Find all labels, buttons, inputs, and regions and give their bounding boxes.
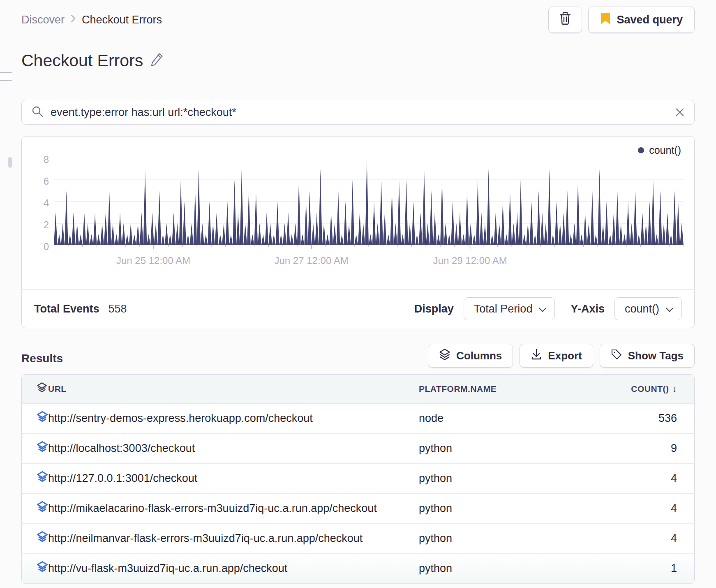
yaxis-label: Y-Axis	[570, 303, 605, 315]
columns-label: Columns	[456, 350, 502, 362]
row-platform: python	[419, 433, 596, 463]
row-url[interactable]: http://127.0.0.1:3001/checkout	[48, 463, 419, 493]
column-header-platform[interactable]: PLATFORM.NAME	[419, 375, 596, 403]
top-bar: Discover Checkout Errors	[21, 7, 695, 33]
row-url[interactable]: http://mikaelacarino-flask-errors-m3uuiz…	[48, 493, 419, 523]
chart-legend[interactable]: count()	[32, 144, 681, 156]
table-row[interactable]: http://neilmanvar-flask-errors-m3uuizd7i…	[22, 523, 694, 553]
tag-icon	[611, 348, 622, 363]
results-heading: Results	[21, 352, 63, 368]
x-axis-tick: Jun 29 12:00 AM	[433, 255, 507, 266]
clear-search-icon[interactable]	[675, 108, 684, 117]
row-url[interactable]: http://vu-flask-m3uuizd7iq-uc.a.run.app/…	[48, 553, 419, 583]
row-stack-icon-cell[interactable]	[22, 463, 48, 493]
row-url[interactable]: http://sentry-demos-express.herokuapp.co…	[48, 403, 419, 433]
total-events-value: 558	[109, 303, 127, 315]
display-value: Total Period	[474, 303, 533, 315]
results-table: URL PLATFORM.NAME COUNT()↓ http://sentry…	[22, 375, 694, 583]
show-tags-label: Show Tags	[628, 350, 684, 362]
chart-x-axis: Jun 25 12:00 AMJun 27 12:00 AMJun 29 12:…	[54, 252, 684, 268]
yaxis-dropdown[interactable]: count()	[614, 297, 682, 320]
saved-query-button[interactable]: Saved query	[588, 7, 695, 33]
chevron-right-icon	[70, 14, 76, 26]
trash-icon	[559, 12, 572, 28]
row-count: 1	[596, 553, 694, 583]
table-row[interactable]: http://127.0.0.1:3001/checkout python 4	[22, 463, 694, 493]
layers-icon	[439, 348, 450, 363]
table-row[interactable]: http://localhost:3003/checkout python 9	[22, 433, 694, 463]
search-input[interactable]	[51, 106, 668, 119]
row-stack-icon-cell[interactable]	[22, 433, 48, 463]
edit-pencil-icon[interactable]	[150, 53, 164, 69]
chart-footer: Total Events 558 Display Total Period Y-…	[22, 289, 694, 328]
columns-button[interactable]: Columns	[428, 344, 513, 368]
row-stack-icon-cell[interactable]	[22, 403, 48, 433]
display-dropdown[interactable]: Total Period	[464, 297, 555, 320]
row-url[interactable]: http://neilmanvar-flask-errors-m3uuizd7i…	[48, 523, 419, 553]
table-row[interactable]: http://sentry-demos-express.herokuapp.co…	[22, 403, 694, 433]
column-header-count[interactable]: COUNT()↓	[596, 375, 694, 403]
row-platform: python	[419, 523, 596, 553]
search-icon	[32, 106, 43, 119]
bar-chart	[54, 158, 684, 251]
display-label: Display	[414, 303, 454, 315]
y-axis-tick: 0	[44, 241, 49, 252]
y-axis-tick: 2	[44, 219, 49, 231]
legend-dot-icon	[638, 147, 644, 153]
total-events-label: Total Events	[34, 303, 99, 315]
download-icon	[531, 348, 542, 363]
sort-desc-icon: ↓	[672, 384, 677, 394]
delete-query-button[interactable]	[548, 7, 582, 33]
row-platform: python	[419, 553, 596, 583]
side-scroll-pill[interactable]	[8, 157, 12, 168]
row-count: 9	[596, 433, 694, 463]
table-header-row: URL PLATFORM.NAME COUNT()↓	[22, 375, 694, 403]
y-axis-tick: 8	[44, 154, 49, 165]
row-stack-icon-cell[interactable]	[22, 553, 48, 583]
breadcrumb: Discover Checkout Errors	[21, 14, 162, 26]
chart-plot[interactable]	[54, 158, 684, 251]
search-bar[interactable]	[21, 100, 695, 125]
show-tags-button[interactable]: Show Tags	[600, 344, 695, 368]
chart-y-axis: 02468	[32, 158, 54, 251]
chevron-down-icon	[665, 304, 674, 312]
x-axis-tick: Jun 27 12:00 AM	[275, 255, 349, 266]
page-title: Checkout Errors	[21, 51, 143, 70]
legend-label: count()	[649, 144, 681, 156]
y-axis-tick: 6	[44, 176, 49, 187]
column-header-url[interactable]: URL	[48, 375, 419, 403]
row-count: 4	[596, 493, 694, 523]
yaxis-value: count()	[625, 303, 659, 315]
divider-drag-handle[interactable]	[0, 72, 12, 81]
row-platform: python	[419, 463, 596, 493]
saved-query-label: Saved query	[617, 14, 683, 26]
row-url[interactable]: http://localhost:3003/checkout	[48, 433, 419, 463]
y-axis-tick: 4	[44, 197, 49, 209]
header-stack-icon-cell[interactable]	[22, 375, 48, 403]
breadcrumb-discover[interactable]: Discover	[21, 14, 65, 26]
row-platform: python	[419, 493, 596, 523]
row-stack-icon-cell[interactable]	[22, 493, 48, 523]
events-chart-panel: count() 02468 Jun 25 12:00 AMJun 27 12:0…	[21, 136, 695, 328]
x-axis-tick: Jun 25 12:00 AM	[116, 255, 190, 266]
bookmark-icon	[600, 12, 611, 28]
chevron-down-icon	[539, 304, 547, 312]
row-count: 4	[596, 523, 694, 553]
breadcrumb-current: Checkout Errors	[82, 14, 162, 26]
export-button[interactable]: Export	[520, 344, 593, 368]
row-count: 4	[596, 463, 694, 493]
table-row[interactable]: http://vu-flask-m3uuizd7iq-uc.a.run.app/…	[22, 553, 694, 583]
row-stack-icon-cell[interactable]	[22, 523, 48, 553]
export-label: Export	[548, 350, 582, 362]
results-table-panel: URL PLATFORM.NAME COUNT()↓ http://sentry…	[21, 374, 695, 584]
row-platform: node	[419, 403, 596, 433]
row-count: 536	[596, 403, 694, 433]
table-row[interactable]: http://mikaelacarino-flask-errors-m3uuiz…	[22, 493, 694, 523]
